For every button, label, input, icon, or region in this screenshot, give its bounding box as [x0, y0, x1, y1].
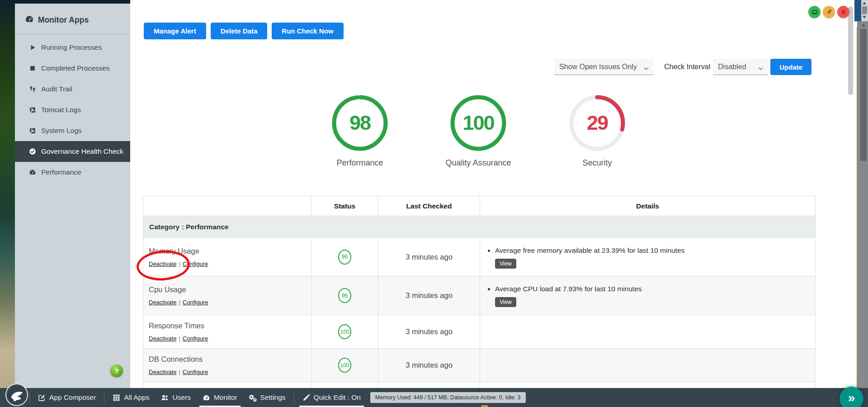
bottom-nav-all-apps[interactable]: All Apps — [107, 388, 155, 407]
sidebar-item-label: Running Processes — [41, 43, 102, 52]
open-issues-select[interactable]: Show Open Issues Only — [554, 59, 653, 75]
last-checked: 3 minutes ago — [378, 276, 480, 315]
help-icon[interactable]: ? — [110, 364, 123, 377]
scroll-up-icon[interactable] — [863, 2, 866, 5]
detail-item: Average free memory available at 23.39% … — [495, 246, 811, 269]
table-row-cpu-usage: Cpu UsageDeactivate|Configure963 minutes… — [143, 276, 816, 315]
bottom-nav-label: Users — [172, 393, 190, 402]
pin-button[interactable] — [823, 6, 835, 18]
gauge-ring: 98 — [330, 93, 390, 153]
scroll-up-icon[interactable] — [862, 24, 865, 26]
window-icon — [811, 9, 818, 16]
bottom-nav-monitor[interactable]: Monitor — [197, 388, 243, 407]
x-icon — [840, 9, 847, 16]
view-button[interactable]: View — [495, 297, 516, 307]
bottom-nav-quick-edit-on[interactable]: Quick Edit : On — [297, 388, 367, 407]
bottom-nav-settings[interactable]: Settings — [243, 388, 292, 407]
sidebar-item-performance[interactable]: Performance — [15, 162, 130, 183]
run-check-now-button[interactable]: Run Check Now — [272, 23, 343, 39]
configure-link[interactable]: Configure — [183, 369, 208, 375]
grid-icon — [113, 394, 120, 402]
sidebar-title: Monitor Apps — [15, 4, 130, 34]
sidebar-item-tomcat-logs[interactable]: Tomcat Logs — [15, 99, 130, 120]
last-checked: 3 minutes ago — [378, 238, 480, 276]
health-check-table: StatusLast CheckedDetails Category : Per… — [143, 196, 816, 388]
bottom-nav-divider — [29, 392, 30, 403]
update-button[interactable]: Update — [770, 59, 811, 75]
gauge-icon — [25, 14, 34, 26]
column-header-details: Details — [480, 196, 816, 216]
sidebar-divider — [15, 34, 130, 34]
bottom-nav: App ComposerAll AppsUsersMonitorSettings… — [27, 388, 526, 407]
window-button[interactable] — [808, 6, 821, 18]
column-header-status: Status — [311, 196, 378, 216]
blue-corner-strip — [854, 0, 861, 21]
outer-scrollbar-top[interactable] — [861, 0, 868, 21]
scroll-down-icon[interactable] — [863, 16, 866, 19]
column-header-blank — [143, 196, 311, 216]
details-cell: Average CPU load at 7.93% for last 10 mi… — [480, 276, 816, 315]
gauge-icon — [28, 169, 37, 176]
deactivate-link[interactable]: Deactivate — [149, 260, 176, 267]
sidebar-item-system-logs[interactable]: System Logs — [15, 120, 130, 141]
sidebar-item-label: Audit Trail — [41, 85, 72, 93]
sidebar-item-audit-trail[interactable]: Audit Trail — [15, 79, 130, 99]
inner-scrollbar-thumb[interactable] — [848, 6, 853, 95]
gauge-ring: 100 — [448, 93, 508, 153]
gears-icon — [249, 394, 257, 402]
bottom-nav-app-composer[interactable]: App Composer — [32, 388, 102, 407]
brush-icon — [302, 394, 310, 402]
edit-icon — [38, 394, 46, 402]
check-name: Response Times — [149, 322, 306, 330]
row-actions: Deactivate|Configure — [149, 335, 306, 342]
manage-alert-button[interactable]: Manage Alert — [144, 23, 206, 39]
expand-panel-button[interactable]: » — [840, 387, 863, 407]
frame-scrollbar-thumb[interactable] — [860, 29, 867, 161]
outer-scrollbar-thumb[interactable] — [862, 6, 867, 14]
deactivate-link[interactable]: Deactivate — [149, 299, 176, 306]
status-badge: 96 — [338, 288, 351, 303]
scroll-icon — [28, 106, 37, 114]
sidebar-item-label: Completed Processes — [41, 64, 110, 72]
stop-icon — [28, 65, 37, 72]
configure-link[interactable]: Configure — [183, 260, 208, 267]
panel-edge-line — [857, 27, 857, 388]
bottom-nav-users[interactable]: Users — [155, 388, 196, 407]
sidebar-title-label: Monitor Apps — [38, 15, 89, 25]
deactivate-link[interactable]: Deactivate — [149, 369, 176, 375]
window-controls — [808, 6, 849, 18]
bottom-nav-label: All Apps — [124, 393, 149, 402]
joget-logo[interactable] — [5, 383, 28, 406]
delete-data-button[interactable]: Delete Data — [211, 23, 268, 39]
memory-status-badge: Memory Used: 449 / 517 MB; Datasource Ac… — [370, 392, 526, 403]
gauge-security: 29Security — [552, 93, 642, 168]
play-icon — [28, 44, 37, 51]
sidebar-item-completed-processes[interactable]: Completed Processes — [15, 58, 130, 79]
view-button[interactable]: View — [495, 259, 516, 269]
check-interval-select[interactable]: Disabled — [713, 59, 768, 75]
configure-link[interactable]: Configure — [183, 335, 208, 342]
sidebar-item-running-processes[interactable]: Running Processes — [15, 37, 130, 58]
gauge-label: Performance — [315, 158, 405, 168]
close-button[interactable] — [837, 6, 849, 18]
deactivate-link[interactable]: Deactivate — [149, 335, 176, 342]
configure-link[interactable]: Configure — [183, 299, 208, 306]
details-cell: Average free memory available at 23.39% … — [480, 238, 816, 276]
row-actions: Deactivate|Configure — [149, 299, 306, 306]
toolbar: Manage AlertDelete DataRun Check Now — [144, 23, 344, 39]
scroll-icon — [28, 127, 37, 134]
row-actions: Deactivate|Configure — [149, 369, 306, 375]
sidebar-item-label: System Logs — [41, 127, 82, 135]
status-badge: 100 — [338, 358, 351, 373]
bottom-nav-divider — [294, 392, 294, 403]
gauge-value: 98 — [330, 93, 390, 153]
gauge-performance: 98Performance — [315, 93, 405, 168]
sidebar-item-governance-health-check[interactable]: Governance Health Check — [15, 141, 130, 162]
sidebar-item-label: Tomcat Logs — [41, 106, 81, 114]
check-name: Cpu Usage — [149, 285, 306, 294]
gauge-label: Security — [552, 158, 642, 168]
bottom-nav-label: App Composer — [49, 393, 96, 402]
sidebar-item-label: Governance Health Check — [41, 147, 123, 156]
chevron-down-icon — [643, 65, 649, 69]
pin-icon — [826, 9, 833, 16]
